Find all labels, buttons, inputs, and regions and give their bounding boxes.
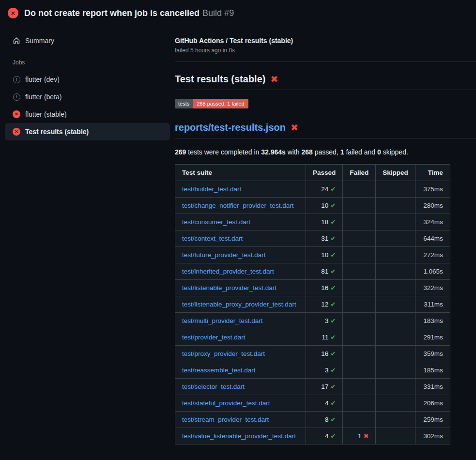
check-heading-text: Test results (stable) (175, 74, 265, 85)
passed-cell: 31✔ (306, 230, 343, 247)
summary-text: tests were completed in (186, 148, 261, 156)
breadcrumb: GitHub Actions / Test results (stable) (175, 37, 476, 45)
summary-number: 269 (175, 148, 186, 156)
suite-link[interactable]: test/change_notifier_provider_test.dart (182, 202, 293, 209)
check-icon: ✔ (330, 383, 336, 390)
time-cell: 322ms (415, 280, 450, 296)
suite-link[interactable]: test/multi_provider_test.dart (182, 317, 263, 324)
x-icon: ✖ (363, 432, 369, 440)
time-cell: 359ms (415, 346, 450, 362)
skipped-cell (376, 181, 415, 198)
skipped-cell (376, 395, 415, 412)
time-cell: 311ms (415, 296, 450, 313)
failed-cell (343, 198, 376, 214)
suite-cell: test/value_listenable_provider_test.dart (175, 428, 306, 445)
suite-cell: test/future_provider_test.dart (175, 247, 306, 263)
skipped-cell (376, 412, 415, 428)
sidebar-item-label: Summary (25, 37, 54, 45)
suite-cell: test/stateful_provider_test.dart (175, 395, 306, 412)
test-results-table: Test suitePassedFailedSkippedTime test/b… (175, 164, 450, 445)
tests-badge: tests 268 passed, 1 failed (175, 99, 248, 108)
suite-link[interactable]: test/stream_provider_test.dart (182, 416, 269, 423)
suite-cell: test/inherited_provider_test.dart (175, 263, 306, 280)
suite-link[interactable]: test/listenable_provider_test.dart (182, 284, 276, 291)
passed-cell: 4✔ (306, 428, 343, 445)
summary-number: 1 (340, 148, 344, 156)
table-row: test/listenable_provider_test.dart16✔322… (175, 280, 450, 296)
page-layout: Summary Jobs !flutter (dev)!flutter (bet… (0, 25, 476, 445)
passed-cell: 12✔ (306, 296, 343, 313)
passed-count: 11 (322, 334, 328, 341)
table-row: test/inherited_provider_test.dart81✔1.06… (175, 263, 450, 280)
suite-link[interactable]: test/selector_test.dart (182, 383, 245, 390)
suite-cell: test/consumer_test.dart (175, 214, 306, 230)
sidebar-item-job-2[interactable]: ✕flutter (stable) (5, 106, 175, 123)
table-row: test/proxy_provider_test.dart16✔359ms (175, 346, 450, 362)
check-icon: ✔ (330, 301, 336, 308)
suite-link[interactable]: test/reassemble_test.dart (182, 367, 256, 374)
passed-count: 16 (321, 350, 328, 357)
failed-cell (343, 362, 376, 379)
failed-cell (343, 181, 376, 198)
suite-cell: test/change_notifier_provider_test.dart (175, 198, 306, 214)
passed-cell: 3✔ (306, 362, 343, 379)
suite-link[interactable]: test/builder_test.dart (182, 185, 241, 193)
passed-cell: 18✔ (306, 214, 343, 230)
skipped-cell (376, 379, 415, 395)
failed-cell (343, 296, 376, 313)
passed-count: 17 (321, 383, 328, 390)
check-icon: ✔ (330, 367, 336, 374)
failed-cell (343, 280, 376, 296)
passed-count: 81 (321, 268, 328, 275)
report-heading-link[interactable]: reports/test-results.json (175, 122, 286, 133)
suite-link[interactable]: test/value_listenable_provider_test.dart (182, 432, 296, 440)
sidebar-item-job-1[interactable]: !flutter (beta) (5, 88, 175, 106)
failed-cell: 1✖ (343, 428, 376, 445)
skipped-cell (376, 313, 415, 329)
x-circle-fill-icon: ✕ (8, 8, 18, 18)
column-header-time: Time (415, 165, 450, 181)
passed-count: 8 (325, 416, 329, 423)
suite-cell: test/listenable_provider_test.dart (175, 280, 306, 296)
suite-link[interactable]: test/provider_test.dart (182, 334, 246, 341)
neutral-status-icon: ! (13, 76, 20, 83)
time-cell: 375ms (415, 181, 450, 198)
sidebar-item-label: Test results (stable) (25, 128, 89, 136)
failed-cell (343, 346, 376, 362)
suite-link[interactable]: test/listenable_proxy_provider_test.dart (182, 301, 296, 308)
summary-text: passed, (313, 148, 340, 156)
check-icon: ✔ (330, 416, 336, 423)
failed-cell (343, 230, 376, 247)
suite-link[interactable]: test/future_provider_test.dart (182, 251, 266, 259)
failed-cell (343, 329, 376, 346)
tests-badge-value: 268 passed, 1 failed (193, 99, 248, 108)
passed-cell: 24✔ (306, 181, 343, 198)
check-icon: ✔ (330, 334, 336, 341)
jobs-section-label: Jobs (0, 49, 175, 71)
table-row: test/listenable_proxy_provider_test.dart… (175, 296, 450, 313)
passed-count: 16 (321, 284, 328, 291)
skipped-cell (376, 346, 415, 362)
skipped-cell (376, 214, 415, 230)
summary-text: with (286, 148, 302, 156)
run-status-line: failed 5 hours ago in 0s (175, 47, 476, 54)
check-icon: ✔ (330, 268, 336, 275)
sidebar-item-summary[interactable]: Summary (5, 32, 175, 49)
passed-cell: 16✔ (306, 346, 343, 362)
suite-link[interactable]: test/inherited_provider_test.dart (182, 268, 274, 275)
passed-cell: 17✔ (306, 379, 343, 395)
test-summary-line: 269 tests were completed in 32.964s with… (175, 148, 476, 156)
suite-link[interactable]: test/context_test.dart (182, 235, 243, 242)
suite-link[interactable]: test/proxy_provider_test.dart (182, 350, 265, 357)
passed-count: 4 (325, 399, 329, 407)
sidebar-item-job-3[interactable]: ✕Test results (stable) (5, 123, 170, 140)
table-row: test/stream_provider_test.dart8✔259ms (175, 412, 450, 428)
passed-cell: 10✔ (306, 247, 343, 263)
sidebar: Summary Jobs !flutter (dev)!flutter (bet… (0, 25, 175, 140)
passed-cell: 3✔ (306, 313, 343, 329)
suite-link[interactable]: test/stateful_provider_test.dart (182, 399, 270, 407)
table-body: test/builder_test.dart24✔375mstest/chang… (175, 181, 450, 445)
suite-link[interactable]: test/consumer_test.dart (182, 218, 250, 226)
table-row: test/context_test.dart31✔644ms (175, 230, 450, 247)
sidebar-item-job-0[interactable]: !flutter (dev) (5, 71, 175, 88)
